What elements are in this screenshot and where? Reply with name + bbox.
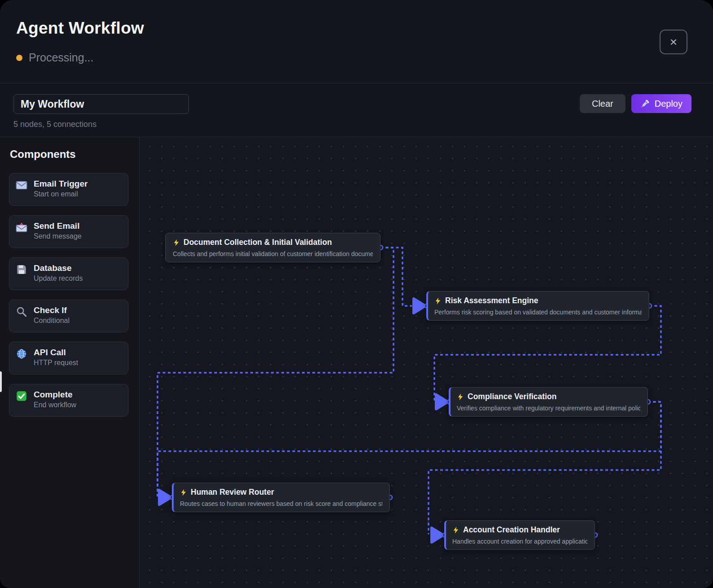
node-risk-assessment[interactable]: Risk Assessment EnginePerforms risk scor… (426, 291, 649, 321)
components-heading: Components (10, 148, 128, 161)
component-subtitle: Send message (34, 232, 82, 240)
component-title: Send Email (34, 221, 82, 231)
component-subtitle: Start on email (34, 190, 87, 198)
component-api-call[interactable]: API CallHTTP request (9, 342, 128, 375)
node-document-collection[interactable]: Document Collection & Initial Validation… (165, 233, 381, 262)
component-subtitle: Update records (34, 274, 83, 283)
connection-compliance-verification-to-account-creation-handler (429, 402, 661, 534)
workflow-summary: 5 nodes, 5 connections (13, 120, 96, 129)
node-title: Account Creation Handler (463, 525, 560, 535)
search-icon (16, 306, 28, 317)
toolbar-buttons: Clear Deploy (580, 94, 691, 113)
close-button[interactable]: × (660, 30, 687, 54)
node-title: Compliance Verification (468, 392, 556, 401)
database-icon (16, 264, 28, 275)
component-send-email[interactable]: Send EmailSend message (9, 215, 128, 248)
status-text: Processing... (29, 51, 94, 64)
component-subtitle: End workflow (34, 401, 76, 409)
connection-lines (140, 137, 713, 588)
node-description: Verifies compliance with regulatory requ… (457, 405, 640, 412)
node-compliance-verification[interactable]: Compliance VerificationVerifies complian… (449, 387, 648, 417)
main-area: Components Email TriggerStart on emailSe… (0, 137, 713, 588)
node-human-review-router[interactable]: Human Review RouterRoutes cases to human… (172, 483, 390, 512)
clear-button[interactable]: Clear (580, 94, 626, 113)
bolt-icon (457, 393, 464, 401)
node-description: Collects and performs initial validation… (173, 250, 373, 257)
component-subtitle: Conditional (34, 317, 70, 325)
bolt-icon (452, 527, 459, 534)
bolt-icon (173, 239, 180, 246)
component-title: API Call (34, 348, 78, 357)
input-arrow-icon (432, 528, 443, 542)
workflow-canvas[interactable]: Document Collection & Initial Validation… (140, 137, 713, 588)
component-email-trigger[interactable]: Email TriggerStart on email (9, 173, 128, 206)
header: Agent Workflow Processing... × (0, 0, 713, 83)
input-arrow-icon (414, 299, 425, 313)
page-title: Agent Workflow (16, 19, 144, 38)
components-sidebar: Components Email TriggerStart on emailSe… (0, 137, 140, 588)
connection-document-collection-to-human-review-router (157, 248, 394, 497)
component-subtitle: HTTP request (34, 359, 78, 367)
rocket-icon (640, 99, 650, 109)
scroll-indicator[interactable] (0, 371, 2, 392)
node-description: Routes cases to human reviewers based on… (180, 500, 382, 507)
component-list: Email TriggerStart on emailSend EmailSen… (9, 173, 128, 417)
check-icon (16, 391, 28, 401)
component-title: Complete (34, 390, 76, 400)
node-description: Handles account creation for approved ap… (452, 538, 587, 545)
connection-document-collection-to-risk-assessment (381, 248, 412, 306)
toolbar: 5 nodes, 5 connections Clear Deploy (0, 83, 713, 137)
status-row: Processing... (16, 51, 94, 64)
component-complete[interactable]: CompleteEnd workflow (9, 384, 128, 417)
node-description: Performs risk scoring based on validated… (434, 309, 642, 316)
status-dot-icon (16, 55, 22, 61)
agent-workflow-window: Agent Workflow Processing... × 5 nodes, … (0, 0, 713, 588)
send-icon (16, 222, 28, 233)
deploy-label: Deploy (655, 99, 682, 109)
email-icon (16, 180, 28, 191)
component-check-if[interactable]: Check IfConditional (9, 300, 128, 332)
component-title: Database (34, 263, 83, 273)
node-title: Document Collection & Initial Validation (184, 238, 332, 247)
component-title: Check If (34, 305, 70, 315)
component-title: Email Trigger (34, 179, 87, 189)
input-arrow-icon (436, 395, 448, 409)
node-account-creation-handler[interactable]: Account Creation HandlerHandles account … (444, 520, 595, 550)
node-title: Risk Assessment Engine (445, 296, 538, 305)
component-database[interactable]: DatabaseUpdate records (9, 257, 128, 290)
deploy-button[interactable]: Deploy (631, 94, 691, 113)
bolt-icon (180, 489, 187, 496)
workflow-name-input[interactable] (13, 94, 189, 114)
bolt-icon (434, 297, 442, 305)
globe-icon (16, 348, 28, 359)
input-arrow-icon (159, 490, 171, 505)
node-title: Human Review Router (191, 488, 274, 497)
